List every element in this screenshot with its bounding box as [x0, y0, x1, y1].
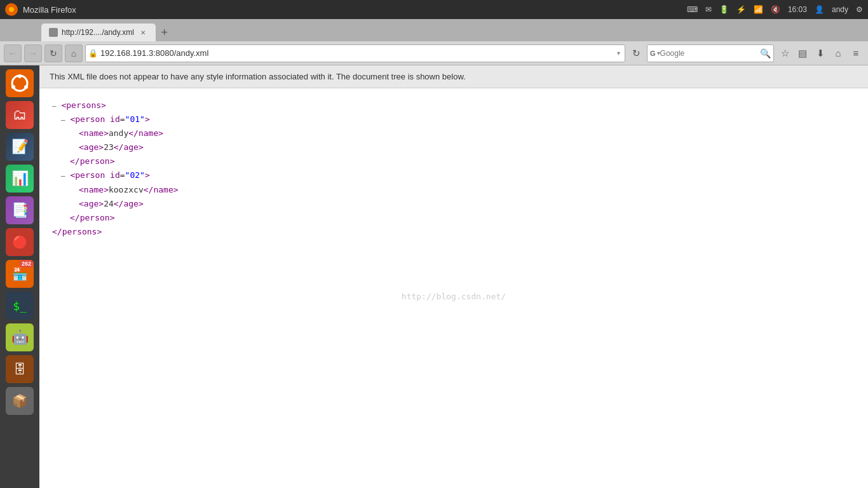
sidebar-item-writer[interactable]: 📝	[4, 132, 35, 162]
tab-andy-xml[interactable]: http://192..../andy.xml ✕	[41, 24, 156, 41]
new-tab-button[interactable]: +	[156, 24, 173, 41]
tag-age2-name: age	[84, 199, 98, 208]
tag-name2-name: name	[84, 185, 104, 194]
nav-extra-icons: ☆ ▤ ⬇ ⌂ ≡	[776, 45, 864, 62]
xml-info-bar: This XML file does not appear to have an…	[39, 65, 868, 88]
settings-icon[interactable]: ⚙	[856, 5, 863, 14]
xml-line-8: <age>24</age>	[79, 197, 855, 211]
collapse-marker-1[interactable]: –	[52, 102, 57, 110]
tag-name1-end-close: >	[158, 128, 163, 138]
sidebar-item-ubuntu-logo[interactable]	[4, 68, 35, 98]
sidebar-item-ubuntu-software[interactable]: 🏪 262	[4, 259, 35, 289]
tag-person1-close: >	[145, 114, 150, 124]
sidebar-item-extra1[interactable]: 🗄	[4, 354, 35, 384]
sidebar-item-impress[interactable]: 📑	[4, 195, 35, 226]
sidebar-item-android[interactable]: 🤖	[4, 322, 35, 353]
tag-age1-open: <	[79, 142, 84, 152]
tag-person2-name: person	[75, 170, 105, 180]
sidebar-item-calc[interactable]: 📊	[4, 163, 35, 194]
person2-age-value: 24	[104, 199, 114, 208]
reader-view-icon[interactable]: ▤	[794, 45, 811, 62]
sidebar-item-synaptic[interactable]: 🔴	[4, 227, 35, 257]
tag-age1-end-open: </	[114, 142, 124, 152]
tag-name1-close: >	[104, 128, 109, 138]
synaptic-icon: 🔴	[6, 228, 34, 256]
xml-line-9: </person>	[70, 211, 855, 225]
tag-name2-close: >	[104, 185, 109, 194]
search-input[interactable]	[660, 49, 760, 58]
firefox-icon	[5, 3, 18, 16]
menu-icon[interactable]: ≡	[848, 45, 864, 62]
sidebar-item-terminal[interactable]: $_	[4, 290, 35, 321]
download-icon[interactable]: ⬇	[812, 45, 829, 62]
url-dropdown-arrow[interactable]: ▾	[615, 50, 622, 57]
home-button[interactable]: ⌂	[65, 44, 83, 62]
main-content: This XML file does not appear to have an…	[39, 65, 868, 488]
tag-age2-end-close: >	[139, 199, 144, 208]
xml-info-text: This XML file does not appear to have an…	[50, 72, 466, 81]
wifi-icon: 📶	[754, 5, 763, 14]
tag-person2-close: >	[145, 170, 150, 180]
android-icon: 🤖	[6, 323, 34, 351]
forward-button[interactable]: →	[24, 44, 42, 62]
url-bar[interactable]: 🔒 ▾	[85, 44, 625, 62]
sidebar: 🗂 📝 📊 📑 🔴 🏪 262 $_ 🤖 🗄 📦	[0, 65, 39, 488]
tag-age2-open: <	[79, 199, 84, 208]
search-submit-button[interactable]: 🔍	[760, 48, 771, 58]
svg-point-1	[9, 7, 14, 12]
home-nav-icon[interactable]: ⌂	[830, 45, 846, 62]
reload-url-button[interactable]: ↻	[628, 45, 644, 62]
attr-id2-name: id	[110, 170, 120, 180]
sidebar-item-extra2[interactable]: 📦	[4, 386, 35, 416]
xml-body: – <persons> – <person id="01"> <name>and…	[39, 88, 868, 314]
keyboard-icon: ⌨	[687, 5, 698, 14]
tag-person1-end-open: </	[70, 156, 80, 166]
reload-button[interactable]: ↻	[44, 44, 62, 62]
tag-age2-end-open: </	[114, 199, 124, 208]
tag-name2-open: <	[79, 185, 84, 194]
bookmark-icon[interactable]: ☆	[776, 45, 793, 62]
svg-point-3	[18, 74, 22, 78]
svg-point-4	[24, 85, 28, 89]
tag-persons-name: persons	[66, 100, 101, 110]
xml-line-4: <age>23</age>	[79, 140, 855, 154]
tab-favicon	[49, 28, 58, 37]
tag-name1-name: name	[84, 128, 104, 138]
sidebar-item-files[interactable]: 🗂	[4, 100, 35, 130]
tab-close-button[interactable]: ✕	[138, 27, 148, 37]
time-display: 16:03	[788, 5, 807, 14]
xml-line-6: – <person id="02">	[61, 168, 855, 182]
collapse-marker-3[interactable]: –	[61, 172, 65, 180]
mail-icon: ✉	[705, 5, 712, 14]
attr-id2-val: "02"	[125, 170, 145, 180]
tag-person2-end-open: </	[70, 213, 80, 222]
tag-person2-end-close: >	[110, 213, 115, 222]
extra-icon-1: 🗄	[6, 355, 34, 383]
search-bar[interactable]: G ▾ 🔍	[647, 44, 774, 62]
tag-name2-end-close: >	[173, 185, 179, 194]
tag-person2-end-name: person	[80, 213, 110, 222]
back-button[interactable]: ←	[4, 44, 22, 62]
person1-name-value: andy	[109, 128, 128, 138]
tag-persons-end-name: persons	[62, 227, 97, 236]
tag-age1-end-name: age	[123, 142, 138, 152]
tag-age1-end-close: >	[139, 142, 144, 152]
window-title: Mozilla Firefox	[23, 5, 687, 15]
tag-persons-end-open: </	[52, 227, 62, 236]
svg-point-5	[11, 85, 15, 89]
url-input[interactable]	[100, 48, 615, 58]
tag-age2-end-name: age	[123, 199, 138, 208]
tag-name2-end-name: name	[153, 185, 173, 194]
url-lock-icon: 🔒	[88, 49, 98, 58]
watermark-text: http://blog.csdn.net/	[402, 292, 506, 301]
person1-age-value: 23	[104, 142, 114, 152]
collapse-marker-2[interactable]: –	[61, 116, 65, 124]
tag-age1-name: age	[84, 142, 98, 152]
tag-person1-end-close: >	[110, 156, 115, 166]
files-icon: 🗂	[6, 101, 34, 129]
impress-icon: 📑	[6, 196, 34, 224]
battery-icon: 🔋	[719, 5, 729, 14]
bluetooth-icon: ⚡	[736, 5, 746, 14]
attr-id1-name: id	[110, 114, 120, 124]
terminal-icon: $_	[6, 292, 34, 320]
